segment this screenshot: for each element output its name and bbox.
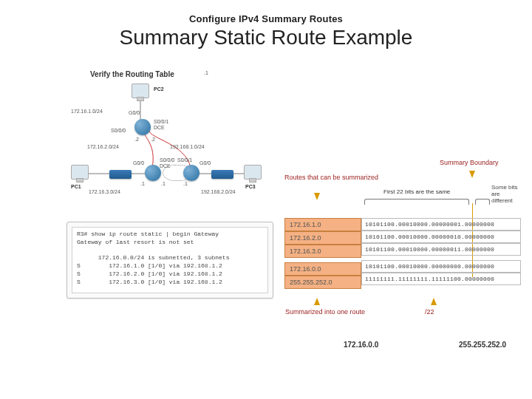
binary-cell-2: 10101100.00010000.00000010.00000000 xyxy=(361,231,521,243)
pc3-icon xyxy=(244,165,262,180)
result-addr: 172.16.0.0 xyxy=(344,341,378,349)
switch-3-icon xyxy=(211,170,233,179)
first22-annotation: First 22 bits are the same xyxy=(383,188,450,195)
net-r2r3: 192.168.1.0/24 xyxy=(170,144,205,149)
slash22-arrow-icon xyxy=(431,298,437,305)
binary-cell-1: 10101100.00010000.00000001.00000000 xyxy=(361,218,521,231)
route-cell-2: 172.16.2.0 xyxy=(284,231,361,245)
boundary-arrow-icon xyxy=(469,171,475,178)
some-bits-diff-annotation: Some bits are different xyxy=(491,184,521,204)
summary-boundary-annotation: Summary Boundary xyxy=(440,159,499,166)
if-g00-c: G0/0 xyxy=(200,160,211,166)
summary-addr-cell: 172.16.0.0 xyxy=(284,262,361,276)
cli-output: R3# show ip route static | begin Gateway… xyxy=(72,227,268,293)
router-r2-icon xyxy=(134,119,151,135)
ip-dot1-a: .1 xyxy=(140,181,145,186)
pc3-label: PC3 xyxy=(245,184,256,189)
route-cell-3: 172.16.3.0 xyxy=(284,245,361,258)
if-s001-a: S0/0/1 xyxy=(154,119,168,124)
page-subtitle: Configure IPv4 Summary Routes xyxy=(0,13,532,24)
if-g00-a: G0/0 xyxy=(129,110,140,115)
if-g00-b: G0/0 xyxy=(133,160,144,166)
binary-summary-mask: 11111111.11111111.11111100.00000000 xyxy=(361,273,521,285)
diff-bracket xyxy=(475,199,490,205)
ip-dot2-b: .2 xyxy=(151,137,155,142)
ip-dot1-d: .1 xyxy=(204,70,208,75)
net-r1r2: 172.16.2.0/24 xyxy=(87,144,119,149)
pc2-icon xyxy=(132,83,149,98)
summarized-arrow-icon xyxy=(314,298,320,305)
switch-1-icon xyxy=(109,170,132,179)
if-s001-b: S0/0/1 xyxy=(177,157,192,163)
if-s000-a: S0/0/0 xyxy=(111,128,126,133)
net-pc2: 172.16.1.0/24 xyxy=(71,109,103,114)
binary-summary-addr: 10101100.00010000.00000000.00000000 xyxy=(361,260,521,273)
result-mask: 255.255.252.0 xyxy=(459,341,506,349)
binary-table: 172.16.1.0 172.16.2.0 172.16.3.0 172.16.… xyxy=(284,218,521,289)
summarized-annotation: Summarized into one route xyxy=(284,308,366,316)
if-dce-a: DCE xyxy=(154,125,165,130)
pc1-icon xyxy=(71,165,89,180)
if-s000-b: S0/0/0 xyxy=(160,157,174,163)
binary-cell-3: 10101100.00010000.00000011.00000000 xyxy=(361,243,521,256)
route-cell-1: 172.16.1.0 xyxy=(284,218,361,231)
routes-annotation: Routes that can be summarized xyxy=(284,174,378,181)
result-row: 172.16.0.0 255.255.252.0 xyxy=(344,341,506,349)
pc2-label: PC2 xyxy=(154,86,164,92)
net-pc3: 192.168.2.0/24 xyxy=(201,189,236,194)
ip-dot1-c: .1 xyxy=(183,181,188,186)
cli-window: R3# show ip route static | begin Gateway… xyxy=(66,222,273,299)
network-topology: Verify the Routing Table PC2 172.16.1.0/… xyxy=(66,70,273,214)
net-pc1: 172.16.3.0/24 xyxy=(89,189,120,194)
router-r3-icon xyxy=(183,165,200,181)
if-dce-b: DCE xyxy=(160,163,171,168)
page-title: Summary Static Route Example xyxy=(0,26,532,50)
ip-dot1-b: .1 xyxy=(161,181,166,186)
ip-dot2-a: .2 xyxy=(134,137,139,142)
pc1-label: PC1 xyxy=(71,184,81,189)
router-r1-icon xyxy=(145,165,161,181)
routes-arrow-icon xyxy=(314,193,320,200)
slash22-annotation: /22 xyxy=(425,308,434,316)
summary-mask-cell: 255.255.252.0 xyxy=(284,276,361,289)
first22-bracket xyxy=(364,199,469,205)
